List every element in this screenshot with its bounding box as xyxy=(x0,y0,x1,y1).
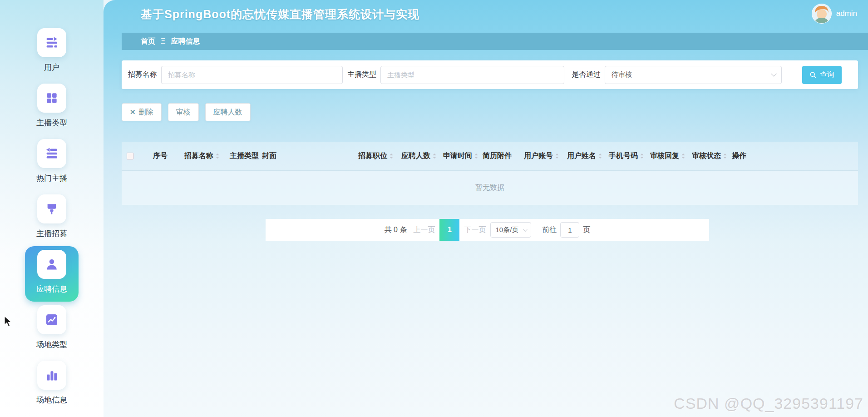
column-label: 封面 xyxy=(262,151,276,161)
sidebar-item-label: 应聘信息 xyxy=(36,284,67,294)
sidebar-item-venue-info[interactable]: 场地信息 xyxy=(25,357,79,412)
search-button-label: 查询 xyxy=(820,70,834,79)
page-title: 基于SpringBoot的忘忧传媒直播管理系统设计与实现 xyxy=(141,7,419,22)
next-page-button[interactable]: 下一页 xyxy=(464,225,486,235)
bar-chart-icon xyxy=(37,361,66,390)
current-page-button[interactable]: 1 xyxy=(439,219,459,241)
pagination-bar: 共 0 条 上一页 1 下一页 10条/页 前往 页 xyxy=(266,219,709,241)
column-header-audit-status[interactable]: 审核状态 xyxy=(692,151,732,161)
search-bar: 招募名称 主播类型 是否通过 待审核 查询 xyxy=(122,60,858,89)
anchor-type-label: 主播类型 xyxy=(347,70,376,79)
column-label: 招募职位 xyxy=(358,151,387,161)
sort-carets-icon[interactable] xyxy=(433,154,436,159)
column-header-cover: 封面 xyxy=(262,151,358,161)
main-area: 基于SpringBoot的忘忧传媒直播管理系统设计与实现 admin 首页 Ξ … xyxy=(104,0,868,417)
sidebar-item-label: 场地信息 xyxy=(36,395,67,405)
column-header-position[interactable]: 招募职位 xyxy=(358,151,401,161)
column-label: 招募名称 xyxy=(184,151,213,161)
audit-button-label: 审核 xyxy=(176,108,191,117)
page: 用户主播类型热门主播主播招募应聘信息场地类型场地信息 基于SpringBoot的… xyxy=(0,0,868,417)
breadcrumb-home[interactable]: 首页 xyxy=(141,37,155,46)
sidebar-item-label: 场地类型 xyxy=(36,339,67,350)
sort-carets-icon[interactable] xyxy=(474,154,478,159)
sort-carets-icon[interactable] xyxy=(640,154,644,159)
column-header-anchor-type[interactable]: 主播类型 xyxy=(230,151,262,161)
column-header-resume-file: 简历附件 xyxy=(483,151,524,161)
audit-button[interactable]: 审核 xyxy=(168,103,199,121)
mouse-cursor-icon xyxy=(4,316,13,329)
user-menu[interactable]: admin xyxy=(812,4,857,24)
sidebar-item-label: 热门主播 xyxy=(36,173,67,184)
column-label: 应聘人数 xyxy=(401,151,430,161)
column-label: 用户姓名 xyxy=(567,151,596,161)
column-header-recruit-name[interactable]: 招募名称 xyxy=(184,151,230,161)
column-label: 用户账号 xyxy=(524,151,553,161)
sidebar-item-anchor-recruit[interactable]: 主播招募 xyxy=(25,191,79,246)
page-size-select[interactable]: 10条/页 xyxy=(490,222,531,238)
pass-status-value: 待审核 xyxy=(612,70,632,79)
prev-page-button[interactable]: 上一页 xyxy=(413,225,435,235)
sort-carets-icon[interactable] xyxy=(390,154,393,159)
watermark-text: CSDN @QQ_3295391197 xyxy=(674,395,863,412)
sort-carets-icon[interactable] xyxy=(723,154,727,159)
column-label: 手机号码 xyxy=(609,151,638,161)
pass-status-label: 是否通过 xyxy=(572,70,601,79)
sidebar-item-label: 主播类型 xyxy=(36,118,67,128)
chevron-down-icon xyxy=(771,71,777,77)
brush-icon xyxy=(37,194,66,223)
goto-page-input[interactable] xyxy=(560,222,579,238)
applicant-count-button[interactable]: 应聘人数 xyxy=(205,103,251,121)
column-header-user-account[interactable]: 用户账号 xyxy=(524,151,567,161)
column-label: 申请时间 xyxy=(443,151,472,161)
breadcrumb-separator-icon: Ξ xyxy=(161,37,165,45)
column-label: 操作 xyxy=(732,151,746,161)
sidebar-item-anchor-type[interactable]: 主播类型 xyxy=(25,80,79,135)
avatar[interactable] xyxy=(812,4,832,24)
column-header-apply-time[interactable]: 申请时间 xyxy=(443,151,483,161)
column-label: 简历附件 xyxy=(483,151,512,161)
column-label: 主播类型 xyxy=(230,151,259,161)
sidebar-item-venue-type[interactable]: 场地类型 xyxy=(25,302,79,357)
delete-button[interactable]: ✕ 删除 xyxy=(122,103,162,121)
sort-carets-icon[interactable] xyxy=(216,154,219,159)
column-header-audit-reply[interactable]: 审核回复 xyxy=(650,151,692,161)
empty-state: 暂无数据 xyxy=(122,171,858,205)
empty-state-text: 暂无数据 xyxy=(475,183,504,193)
column-header-user-name[interactable]: 用户姓名 xyxy=(567,151,609,161)
search-icon xyxy=(809,71,817,79)
search-button[interactable]: 查询 xyxy=(802,66,842,84)
list-back-icon xyxy=(37,139,66,168)
column-header-actions: 操作 xyxy=(732,151,768,161)
sidebar-item-label: 主播招募 xyxy=(36,228,67,239)
close-icon: ✕ xyxy=(130,108,136,116)
column-label: 序号 xyxy=(153,151,168,161)
sort-carets-icon[interactable] xyxy=(598,154,602,159)
recruit-name-input[interactable] xyxy=(161,66,343,84)
top-header: 基于SpringBoot的忘忧传媒直播管理系统设计与实现 admin xyxy=(104,0,868,28)
person-icon xyxy=(37,250,66,279)
column-header-phone[interactable]: 手机号码 xyxy=(609,151,650,161)
sort-carets-icon[interactable] xyxy=(681,154,685,159)
sidebar-item-application-info[interactable]: 应聘信息 xyxy=(25,246,79,302)
sidebar-item-users[interactable]: 用户 xyxy=(25,25,79,80)
grid-icon xyxy=(37,84,66,113)
goto-unit-label: 页 xyxy=(583,225,590,235)
column-header-index: 序号 xyxy=(153,151,184,161)
sort-carets-icon[interactable] xyxy=(555,154,559,159)
column-header-applicant-count[interactable]: 应聘人数 xyxy=(401,151,443,161)
chevron-down-icon xyxy=(523,227,528,232)
delete-button-label: 删除 xyxy=(139,108,153,117)
sidebar-menu: 用户主播类型热门主播主播招募应聘信息场地类型场地信息 xyxy=(0,0,104,412)
breadcrumb: 首页 Ξ 应聘信息 xyxy=(122,33,868,50)
goto-label: 前往 xyxy=(542,225,557,235)
select-all-cell xyxy=(122,153,153,159)
column-label: 审核回复 xyxy=(650,151,679,161)
select-all-checkbox[interactable] xyxy=(127,153,133,159)
table-header-row: 序号招募名称主播类型封面招募职位应聘人数申请时间简历附件用户账号用户姓名手机号码… xyxy=(122,142,858,171)
action-toolbar: ✕ 删除 审核 应聘人数 xyxy=(122,103,251,121)
sidebar-item-hot-anchors[interactable]: 热门主播 xyxy=(25,135,79,191)
pass-status-select[interactable]: 待审核 xyxy=(605,66,782,84)
pagination-total: 共 0 条 xyxy=(385,225,407,235)
anchor-type-input[interactable] xyxy=(380,66,564,84)
column-label: 审核状态 xyxy=(692,151,721,161)
